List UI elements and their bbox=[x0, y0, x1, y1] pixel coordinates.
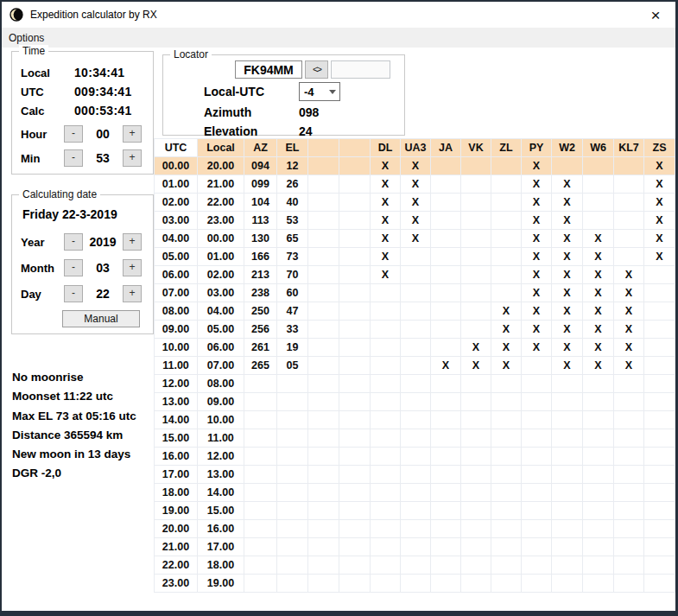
cell-dx-vk[interactable] bbox=[461, 175, 491, 194]
cell-dx-vk[interactable] bbox=[461, 556, 491, 575]
cell-el[interactable] bbox=[277, 375, 308, 393]
cell-dx-ja[interactable] bbox=[431, 484, 461, 502]
cell-az[interactable] bbox=[244, 520, 277, 538]
cell-dx-w2[interactable] bbox=[552, 375, 583, 393]
cell-empty[interactable] bbox=[308, 411, 339, 429]
cell-dx-zs[interactable] bbox=[644, 393, 675, 411]
cell-local[interactable]: 22.00 bbox=[198, 194, 244, 212]
cell-dx-w6[interactable] bbox=[583, 212, 614, 230]
cell-dx-zl[interactable] bbox=[491, 484, 522, 502]
cell-dx-vk[interactable] bbox=[461, 466, 491, 484]
cell-dx-zs[interactable] bbox=[644, 575, 675, 593]
cell-dx-w2[interactable]: X bbox=[552, 212, 583, 230]
cell-el[interactable]: 12 bbox=[277, 157, 308, 175]
cell-dx-ua3[interactable] bbox=[401, 484, 431, 502]
cell-dx-ja[interactable] bbox=[431, 266, 461, 284]
cell-dx-vk[interactable] bbox=[461, 230, 491, 248]
cell-dx-dl[interactable] bbox=[371, 556, 401, 575]
cell-dx-ua3[interactable] bbox=[401, 393, 431, 411]
cell-dx-kl7[interactable] bbox=[614, 212, 644, 230]
cell-az[interactable]: 166 bbox=[244, 248, 277, 266]
cell-empty[interactable] bbox=[308, 284, 339, 302]
cell-local[interactable]: 10.00 bbox=[198, 411, 244, 429]
cell-dx-py[interactable]: X bbox=[522, 302, 552, 321]
minute-decrement-button[interactable]: - bbox=[64, 149, 83, 167]
cell-empty[interactable] bbox=[308, 393, 339, 411]
cell-el[interactable] bbox=[277, 502, 308, 520]
cell-dx-w2[interactable] bbox=[552, 411, 583, 429]
cell-dx-py[interactable] bbox=[522, 357, 552, 375]
cell-dx-py[interactable] bbox=[522, 538, 552, 556]
year-increment-button[interactable]: + bbox=[123, 233, 142, 251]
cell-local[interactable]: 14.00 bbox=[198, 484, 244, 502]
cell-empty[interactable] bbox=[339, 339, 371, 357]
cell-dx-w2[interactable]: X bbox=[552, 284, 583, 302]
cell-local[interactable]: 06.00 bbox=[198, 339, 244, 357]
cell-dx-zs[interactable] bbox=[644, 466, 675, 484]
cell-az[interactable] bbox=[244, 448, 277, 466]
cell-dx-zl[interactable] bbox=[491, 429, 522, 448]
cell-dx-py[interactable]: X bbox=[522, 230, 552, 248]
cell-dx-w6[interactable]: X bbox=[583, 339, 614, 357]
cell-dx-ua3[interactable] bbox=[401, 266, 431, 284]
cell-dx-vk[interactable] bbox=[461, 266, 491, 284]
cell-utc[interactable]: 10.00 bbox=[155, 339, 198, 357]
cell-dx-py[interactable] bbox=[522, 556, 552, 575]
cell-az[interactable] bbox=[244, 375, 277, 393]
cell-dx-ua3[interactable]: X bbox=[401, 212, 431, 230]
cell-empty[interactable] bbox=[308, 157, 339, 175]
swap-locator-button[interactable]: <> bbox=[305, 60, 328, 79]
cell-dx-py[interactable] bbox=[522, 466, 552, 484]
cell-el[interactable]: 26 bbox=[277, 175, 308, 194]
cell-el[interactable]: 60 bbox=[277, 284, 308, 302]
cell-dx-w2[interactable]: X bbox=[552, 339, 583, 357]
cell-dx-ua3[interactable] bbox=[401, 248, 431, 266]
cell-dx-zs[interactable] bbox=[644, 339, 675, 357]
cell-dx-py[interactable]: X bbox=[522, 175, 552, 194]
cell-utc[interactable]: 09.00 bbox=[155, 321, 198, 339]
cell-dx-zs[interactable] bbox=[644, 429, 675, 448]
cell-dx-zs[interactable]: X bbox=[644, 230, 675, 248]
cell-empty[interactable] bbox=[339, 194, 371, 212]
cell-dx-vk[interactable] bbox=[461, 393, 491, 411]
cell-dx-kl7[interactable] bbox=[614, 466, 644, 484]
cell-dx-kl7[interactable] bbox=[614, 575, 644, 593]
cell-el[interactable]: 05 bbox=[277, 357, 308, 375]
cell-dx-dl[interactable] bbox=[371, 429, 401, 448]
cell-dx-ja[interactable] bbox=[431, 302, 461, 321]
cell-dx-kl7[interactable]: X bbox=[614, 321, 644, 339]
cell-dx-zl[interactable] bbox=[491, 538, 522, 556]
cell-local[interactable]: 23.00 bbox=[198, 212, 244, 230]
cell-dx-py[interactable]: X bbox=[522, 248, 552, 266]
cell-dx-vk[interactable] bbox=[461, 429, 491, 448]
cell-empty[interactable] bbox=[339, 484, 371, 502]
cell-dx-kl7[interactable]: X bbox=[614, 266, 644, 284]
cell-empty[interactable] bbox=[308, 466, 339, 484]
cell-dx-ua3[interactable] bbox=[401, 502, 431, 520]
cell-dx-ja[interactable] bbox=[431, 157, 461, 175]
cell-dx-dl[interactable]: X bbox=[371, 248, 401, 266]
cell-dx-py[interactable] bbox=[522, 411, 552, 429]
cell-utc[interactable]: 00.00 bbox=[155, 157, 198, 175]
cell-dx-ja[interactable] bbox=[431, 321, 461, 339]
cell-utc[interactable]: 21.00 bbox=[155, 538, 198, 556]
cell-dx-kl7[interactable] bbox=[614, 484, 644, 502]
cell-dx-ja[interactable] bbox=[431, 575, 461, 593]
cell-dx-w2[interactable] bbox=[552, 575, 583, 593]
cell-dx-vk[interactable] bbox=[461, 212, 491, 230]
cell-dx-zs[interactable] bbox=[644, 448, 675, 466]
cell-dx-vk[interactable] bbox=[461, 575, 491, 593]
cell-dx-zs[interactable] bbox=[644, 411, 675, 429]
cell-dx-w2[interactable] bbox=[552, 484, 583, 502]
cell-dx-vk[interactable] bbox=[461, 321, 491, 339]
cell-local[interactable]: 16.00 bbox=[198, 520, 244, 538]
cell-utc[interactable]: 16.00 bbox=[155, 448, 198, 466]
cell-dx-dl[interactable] bbox=[371, 284, 401, 302]
cell-dx-kl7[interactable] bbox=[614, 520, 644, 538]
cell-utc[interactable]: 08.00 bbox=[155, 302, 198, 321]
cell-dx-zl[interactable] bbox=[491, 393, 522, 411]
cell-local[interactable]: 04.00 bbox=[198, 302, 244, 321]
cell-dx-dl[interactable] bbox=[371, 575, 401, 593]
cell-dx-ja[interactable] bbox=[431, 230, 461, 248]
cell-local[interactable]: 19.00 bbox=[198, 575, 244, 593]
